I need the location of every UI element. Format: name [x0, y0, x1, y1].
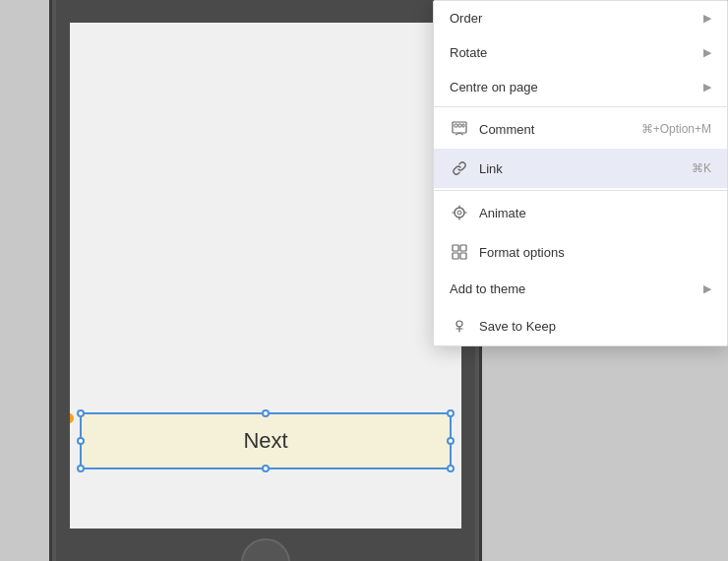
menu-item-order-arrow: ▶ [703, 12, 711, 25]
phone-screen: Next [70, 23, 461, 529]
handle-bottom-right[interactable] [447, 465, 455, 472]
anchor-dot [70, 413, 74, 423]
format-options-icon [450, 242, 469, 262]
menu-item-link-label: Link [479, 161, 672, 176]
menu-item-rotate[interactable]: Rotate ▶ [434, 35, 727, 70]
button-label: Next [243, 428, 287, 453]
keep-icon [450, 316, 469, 336]
menu-item-comment-shortcut: ⌘+Option+M [641, 122, 711, 136]
handle-bottom-center[interactable] [262, 465, 270, 472]
menu-item-save-to-keep-label: Save to Keep [479, 319, 711, 334]
divider-1 [434, 106, 727, 107]
comment-icon [450, 119, 469, 139]
phone-home-button[interactable] [241, 538, 290, 561]
divider-2 [434, 190, 727, 191]
menu-item-format-options[interactable]: Format options [434, 232, 727, 272]
phone-mockup: Next [49, 0, 482, 561]
svg-point-4 [455, 208, 464, 218]
svg-rect-6 [453, 245, 458, 251]
menu-item-add-to-theme-label: Add to theme [450, 281, 696, 296]
menu-item-centre[interactable]: Centre on page ▶ [434, 70, 727, 104]
menu-item-animate-label: Animate [479, 206, 711, 220]
animate-icon [450, 203, 469, 222]
link-icon [450, 158, 469, 178]
menu-item-rotate-label: Rotate [450, 45, 696, 60]
svg-rect-7 [460, 245, 466, 251]
menu-item-save-to-keep[interactable]: Save to Keep [434, 306, 727, 345]
menu-item-link-shortcut: ⌘K [692, 161, 711, 175]
svg-point-5 [457, 211, 461, 215]
selected-element-container: Next [80, 412, 452, 469]
svg-rect-9 [460, 253, 466, 259]
menu-item-centre-label: Centre on page [450, 80, 696, 94]
svg-point-10 [456, 321, 462, 327]
svg-rect-8 [453, 253, 458, 259]
handle-top-right[interactable] [447, 409, 455, 417]
menu-item-comment-label: Comment [479, 122, 622, 137]
menu-item-add-to-theme[interactable]: Add to theme ▶ [434, 272, 727, 306]
menu-item-order[interactable]: Order ▶ [434, 1, 727, 35]
next-button: Next [80, 412, 452, 469]
handle-top-center[interactable] [262, 409, 270, 417]
menu-item-order-label: Order [450, 11, 696, 26]
handle-right-center[interactable] [447, 437, 455, 445]
menu-item-format-options-label: Format options [479, 245, 711, 260]
menu-item-centre-arrow: ▶ [703, 81, 711, 94]
svg-rect-1 [455, 124, 457, 127]
menu-item-link[interactable]: Link ⌘K [434, 149, 727, 188]
context-menu: Order ▶ Rotate ▶ Centre on page ▶ Commen… [433, 0, 728, 346]
handle-left-center[interactable] [77, 437, 85, 445]
menu-item-animate[interactable]: Animate [434, 193, 727, 232]
handle-top-left[interactable] [77, 409, 85, 417]
svg-rect-3 [462, 124, 464, 127]
menu-item-add-to-theme-arrow: ▶ [703, 282, 711, 295]
menu-item-rotate-arrow: ▶ [703, 46, 711, 59]
svg-rect-2 [458, 124, 461, 127]
handle-bottom-left[interactable] [77, 465, 85, 472]
menu-item-comment[interactable]: Comment ⌘+Option+M [434, 109, 727, 149]
